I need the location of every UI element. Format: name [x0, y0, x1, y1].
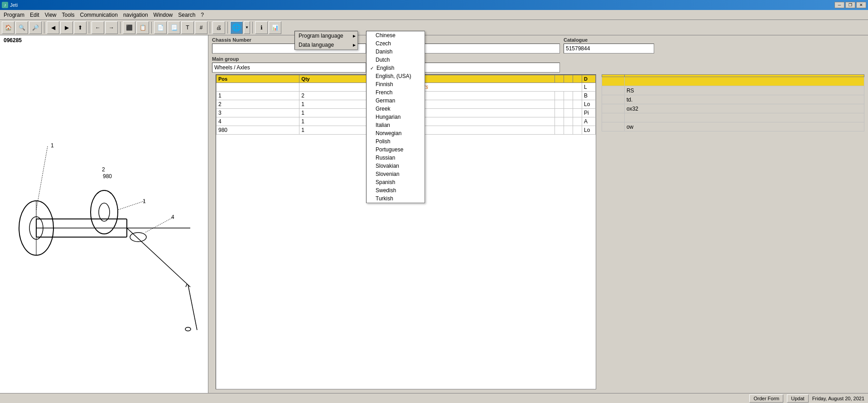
- lang-portuguese[interactable]: Portuguese: [366, 146, 424, 154]
- menu-view[interactable]: View: [42, 10, 59, 19]
- menu-tools[interactable]: Tools: [59, 10, 77, 19]
- separator2: [89, 22, 89, 34]
- ext-row[interactable]: ow: [602, 122, 864, 131]
- svg-line-20: [145, 217, 174, 233]
- cell-d: Lo: [582, 126, 596, 135]
- ext-row[interactable]: RS: [602, 86, 864, 95]
- menu-navigation[interactable]: navigation: [121, 10, 151, 19]
- toolbar-forward[interactable]: ▶: [60, 21, 73, 34]
- window-controls: ─ ❐ ✕: [834, 2, 866, 8]
- toolbar-language[interactable]: 🌐: [230, 21, 243, 34]
- cell-b: [564, 126, 573, 135]
- ext-cell-text: ow: [624, 122, 864, 131]
- dropdown-menu: Program language Data language: [294, 31, 358, 50]
- cell-a: [555, 100, 564, 109]
- toolbar-info[interactable]: ℹ: [255, 21, 268, 34]
- ext-row[interactable]: ox32: [602, 104, 864, 113]
- restore-button[interactable]: ❐: [845, 2, 855, 8]
- update-button[interactable]: Updat: [787, 394, 808, 403]
- toolbar-doc1[interactable]: 📄: [154, 21, 167, 34]
- menu-window[interactable]: Window: [151, 10, 176, 19]
- menu-edit[interactable]: Edit: [27, 10, 42, 19]
- lang-english[interactable]: English: [366, 64, 424, 72]
- lang-polish[interactable]: Polish: [366, 137, 424, 146]
- cell-qty: 2: [299, 92, 377, 100]
- ext-cell: [602, 104, 625, 113]
- close-button[interactable]: ✕: [856, 2, 866, 8]
- cell-qty: 1: [299, 109, 377, 117]
- ext-row[interactable]: [602, 113, 864, 122]
- cell-d: Pi: [582, 109, 596, 117]
- lang-slovenian[interactable]: Slovenian: [366, 170, 424, 178]
- lang-slovakian[interactable]: Slovakian: [366, 162, 424, 170]
- lang-norwegian[interactable]: Norwegian: [366, 129, 424, 137]
- lang-german[interactable]: German: [366, 97, 424, 105]
- lang-russian[interactable]: Russian: [366, 154, 424, 162]
- lang-greek[interactable]: Greek: [366, 105, 424, 113]
- toolbar-chart[interactable]: 📊: [269, 21, 281, 34]
- toolbar-left[interactable]: ←: [92, 21, 104, 34]
- toolbar-num[interactable]: #: [195, 21, 207, 34]
- cell-pos: [217, 83, 299, 92]
- menu-help[interactable]: ?: [198, 10, 207, 19]
- lang-hungarian[interactable]: Hungarian: [366, 113, 424, 121]
- toolbar-right[interactable]: →: [105, 21, 118, 34]
- data-language-item[interactable]: Data language: [295, 40, 357, 49]
- svg-line-19: [118, 201, 145, 210]
- ext-cell: [602, 113, 625, 122]
- main-group-input[interactable]: [212, 63, 366, 73]
- order-form-button[interactable]: Order Form: [749, 394, 783, 403]
- ext-row[interactable]: td.: [602, 95, 864, 104]
- svg-point-11: [91, 190, 118, 234]
- cell-pos: 4: [217, 117, 299, 126]
- toolbar-back[interactable]: ◀: [47, 21, 59, 34]
- cell-qty: 1: [299, 126, 377, 135]
- lang-finnish[interactable]: Finnish: [366, 80, 424, 88]
- toolbar-print[interactable]: 🖨: [212, 21, 225, 34]
- cell-pos: 1: [217, 92, 299, 100]
- program-language-item[interactable]: Program language: [295, 31, 357, 40]
- ext-cell-text: [624, 113, 864, 122]
- toolbar-search[interactable]: 🔍: [15, 21, 28, 34]
- diagram-panel: 096285 1 2 980 1 4 3: [0, 35, 208, 393]
- lang-italian[interactable]: Italian: [366, 121, 424, 129]
- cell-a: [555, 92, 564, 100]
- lang-turkish[interactable]: Turkish: [366, 194, 424, 203]
- lang-swedish[interactable]: Swedish: [366, 186, 424, 194]
- lang-czech[interactable]: Czech: [366, 39, 424, 48]
- cell-qty: 1: [299, 117, 377, 126]
- svg-point-17: [130, 233, 146, 242]
- lang-chinese[interactable]: Chinese: [366, 31, 424, 39]
- menu-search[interactable]: Search: [175, 10, 198, 19]
- app-title: Jeti: [10, 2, 18, 8]
- group-row: Main group group: [208, 55, 868, 74]
- toolbar-up[interactable]: ⬆: [74, 21, 87, 34]
- separator7: [252, 22, 253, 34]
- col-c: [573, 75, 582, 83]
- catalogue-label: Catalogue: [564, 37, 654, 43]
- lang-danish[interactable]: Danish: [366, 48, 424, 56]
- lang-english-usa[interactable]: English, (USA): [366, 72, 424, 80]
- minimize-button[interactable]: ─: [834, 2, 844, 8]
- toolbar-doc2[interactable]: 📃: [168, 21, 180, 34]
- toolbar-copy[interactable]: 📋: [136, 21, 149, 34]
- toolbar-text[interactable]: T: [181, 21, 194, 34]
- ext-cell-text: td.: [624, 95, 864, 104]
- catalogue-input[interactable]: [564, 44, 654, 53]
- toolbar: 🏠 🔍 🔎 ◀ ▶ ⬆ ← → ⬛ 📋 📄 📃 T # 🖨 🌐 ▼ ℹ 📊: [0, 20, 868, 35]
- part-diagram: 1 2 980 1 4 3: [9, 83, 199, 346]
- lang-dutch[interactable]: Dutch: [366, 56, 424, 64]
- cell-a: [555, 117, 564, 126]
- menu-communication[interactable]: Communication: [77, 10, 121, 19]
- language-submenu: Chinese Czech Danish Dutch English Engli…: [366, 31, 425, 203]
- lang-french[interactable]: French: [366, 88, 424, 97]
- toolbar-search2[interactable]: 🔎: [29, 21, 42, 34]
- ext-cell: [602, 122, 625, 131]
- toolbar-home[interactable]: 🏠: [2, 21, 14, 34]
- ext-row-highlight[interactable]: [602, 77, 864, 86]
- toolbar-select[interactable]: ⬛: [123, 21, 135, 34]
- lang-spanish[interactable]: Spanish: [366, 178, 424, 186]
- toolbar-dropdown-arrow[interactable]: ▼: [244, 21, 250, 34]
- cell-b: [564, 92, 573, 100]
- menu-program[interactable]: Program: [1, 10, 27, 19]
